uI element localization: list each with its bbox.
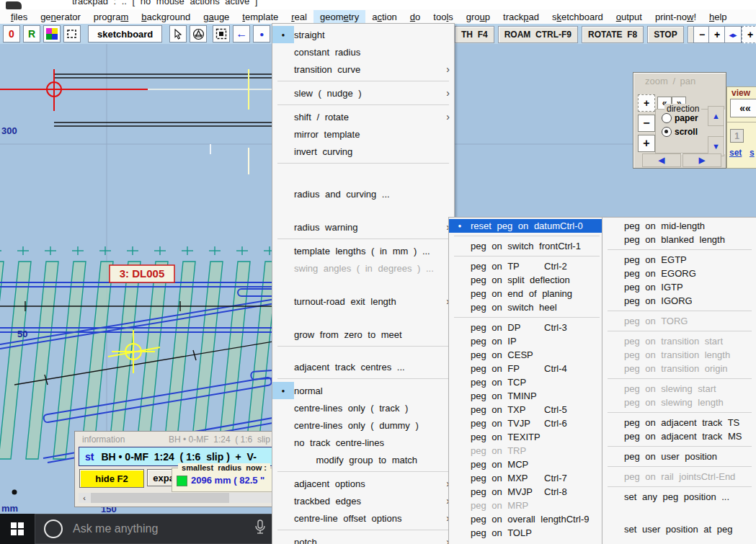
scrollbar-thumb[interactable]: [91, 493, 229, 503]
menu-item-modify-group-to-match[interactable]: modify group to match: [272, 451, 454, 468]
view-back-button[interactable]: ««: [730, 99, 756, 117]
menu-item-slew-nudge-[interactable]: slew ( nudge )›: [272, 84, 454, 102]
menu-item-peg-on-adjacent-track-ts[interactable]: peg on adjacent track TS: [602, 416, 756, 429]
menu-item-template-lengths-in-mm-[interactable]: template lengths ( in mm ) ...: [272, 242, 454, 259]
zoom-out-button[interactable]: −: [638, 115, 655, 132]
command-button-stop[interactable]: STOP: [647, 26, 683, 43]
zoom-in-button[interactable]: +: [638, 135, 655, 152]
menu-item-grow-from-zero-to-meet[interactable]: grow from zero to meet: [272, 326, 454, 343]
menu-item-peg-on-mid-length[interactable]: peg on mid-length: [602, 219, 756, 233]
menu-program[interactable]: program: [87, 10, 135, 24]
menu-real[interactable]: real: [285, 10, 313, 24]
colours-icon[interactable]: [43, 25, 61, 43]
menu-item-peg-on-egorg[interactable]: peg on EGORG: [602, 267, 756, 280]
menu-trackpad[interactable]: trackpad: [497, 10, 546, 24]
menu-item-peg-on-tcp[interactable]: peg on TCP: [449, 375, 605, 389]
pan-up-button[interactable]: ▲: [708, 106, 724, 126]
menu-item-peg-on-end-of-planing[interactable]: peg on end of planing: [449, 287, 605, 300]
menu-item-radius-and-curving-[interactable]: radius and curving ...: [272, 185, 454, 202]
start-button[interactable]: [0, 514, 35, 544]
command-button-rotate-f8[interactable]: ROTATE F8: [582, 26, 644, 43]
menu-item-peg-on-igorg[interactable]: peg on IGORG: [602, 294, 756, 308]
menu-item-peg-on-cesp[interactable]: peg on CESP: [449, 348, 605, 362]
menu-item-invert-curving[interactable]: invert curving: [272, 143, 454, 160]
menu-item-peg-on-overall-length[interactable]: peg on overall lengthCtrl-9: [449, 512, 605, 526]
gauge-icon[interactable]: [190, 25, 207, 43]
command-button-th-f4[interactable]: TH F4: [455, 26, 494, 43]
menu-item-peg-on-switch-heel[interactable]: peg on switch heel: [449, 300, 605, 314]
menu-item-radius-warning[interactable]: radius warning›: [272, 218, 454, 236]
menu-item-peg-on-igtp[interactable]: peg on IGTP: [602, 280, 756, 294]
menu-item-set-any-peg-position-[interactable]: set any peg position ...: [602, 490, 756, 504]
menu-item-peg-on-texitp[interactable]: peg on TEXITP: [449, 430, 605, 444]
menu-item-peg-on-tvjp[interactable]: peg on TVJPCtrl-6: [449, 416, 605, 430]
menu-item-peg-on-mcp[interactable]: peg on MCP: [449, 458, 605, 471]
menu-item-peg-on-tp[interactable]: peg on TPCtrl-2: [449, 259, 605, 273]
menu-item-peg-on-txp[interactable]: peg on TXPCtrl-5: [449, 403, 605, 416]
menu-item-notch[interactable]: notch›: [272, 533, 454, 544]
search-input[interactable]: Ask me anything: [35, 514, 274, 544]
menu-item-peg-on-split-deflection[interactable]: peg on split deflection: [449, 273, 605, 287]
paper-radio-circle[interactable]: [662, 113, 672, 123]
pan-right-button[interactable]: ▶: [682, 153, 721, 167]
pan-left-button[interactable]: ◀: [642, 153, 681, 167]
menu-item-peg-on-dp[interactable]: peg on DPCtrl-3: [449, 321, 605, 334]
direction-scroll-radio[interactable]: scroll: [662, 127, 724, 137]
cursor-icon[interactable]: [169, 25, 187, 43]
menu-item-shift-rotate[interactable]: shift / rotate›: [272, 108, 454, 125]
menu-item-no-track-centre-lines[interactable]: no track centre-lines: [272, 434, 454, 451]
menu-item-straight[interactable]: ●straight: [272, 26, 454, 43]
menu-item-transition-curve[interactable]: transition curve›: [272, 61, 454, 78]
menu-item-constant-radius[interactable]: constant radius: [272, 43, 454, 61]
menu-item-peg-on-fp[interactable]: peg on FPCtrl-4: [449, 362, 605, 375]
marquee-icon[interactable]: [213, 25, 230, 43]
menu-item-peg-on-mvjp[interactable]: peg on MVJPCtrl-8: [449, 485, 605, 499]
menu-item-centre-lines-only-dummy-[interactable]: centre-lines only ( dummy ): [272, 416, 454, 434]
menu-item-peg-on-ip[interactable]: peg on IP: [449, 334, 605, 348]
fit-width-button[interactable]: ◂▸: [724, 26, 742, 43]
view-page-button[interactable]: 1: [730, 129, 744, 143]
menu-sketchboard[interactable]: sketchboard: [546, 10, 610, 24]
menu-do[interactable]: do: [404, 10, 427, 24]
menu-item-peg-on-blanked-length[interactable]: peg on blanked length: [602, 233, 756, 246]
scroll-left-arrow[interactable]: ‹: [79, 493, 90, 503]
outline-square-icon[interactable]: [63, 25, 81, 43]
menu-template[interactable]: template: [236, 10, 285, 24]
menu-item-peg-on-tminp[interactable]: peg on TMINP: [449, 389, 605, 403]
sketchboard-button[interactable]: sketchboard: [88, 25, 162, 43]
menu-item-trackbed-edges[interactable]: trackbed edges›: [272, 492, 454, 509]
menu-item-peg-on-egtp[interactable]: peg on EGTP: [602, 253, 756, 267]
menu-item-centre-line-offset-options[interactable]: centre-line offset options›: [272, 509, 454, 527]
template-name-label[interactable]: 3: DL005: [110, 265, 174, 282]
view-s-link[interactable]: s: [750, 148, 755, 158]
menu-item-peg-on-tolp[interactable]: peg on TOLP: [449, 526, 605, 540]
menu-output[interactable]: output: [610, 10, 649, 24]
menu-item-turnout-road-exit-length[interactable]: turnout-road exit length›: [272, 293, 454, 310]
dot-button[interactable]: ●: [253, 25, 270, 43]
menu-tools[interactable]: tools: [427, 10, 459, 24]
menu-item-peg-on-mxp[interactable]: peg on MXPCtrl-7: [449, 471, 605, 485]
menu-item-centre-lines-only-track-[interactable]: centre-lines only ( track ): [272, 399, 454, 416]
menu-files[interactable]: files: [4, 10, 34, 24]
zoom-rect-button[interactable]: +: [742, 26, 756, 43]
menu-group[interactable]: group: [460, 10, 497, 24]
menu-gauge[interactable]: gauge: [197, 10, 236, 24]
menu-help[interactable]: help: [703, 10, 734, 24]
hide-f2-button[interactable]: hide F2: [79, 469, 144, 488]
microphone-icon[interactable]: [254, 520, 266, 538]
menu-item-peg-on-user-position[interactable]: peg on user position: [602, 450, 756, 463]
menu-geometry[interactable]: geometry: [313, 10, 365, 24]
information-scrollbar[interactable]: ‹: [79, 493, 277, 503]
menu-item-normal[interactable]: ●normal: [272, 382, 454, 399]
command-button-roam-ctrl-f9[interactable]: ROAM CTRL-F9: [498, 26, 578, 43]
scroll-radio-circle[interactable]: [662, 127, 672, 137]
menu-background[interactable]: background: [135, 10, 197, 24]
menu-generator[interactable]: generator: [34, 10, 87, 24]
zoom-in-button[interactable]: +: [708, 26, 726, 43]
menu-action[interactable]: action: [365, 10, 404, 24]
zoom-rectangle-button[interactable]: +: [638, 94, 655, 112]
menu-item-reset-peg-on-datum[interactable]: ●reset peg on datumCtrl-0: [449, 219, 605, 233]
menu-print-now-[interactable]: print-now!: [649, 10, 703, 24]
zero-button[interactable]: 0: [3, 25, 20, 43]
redraw-button[interactable]: R: [23, 25, 40, 43]
